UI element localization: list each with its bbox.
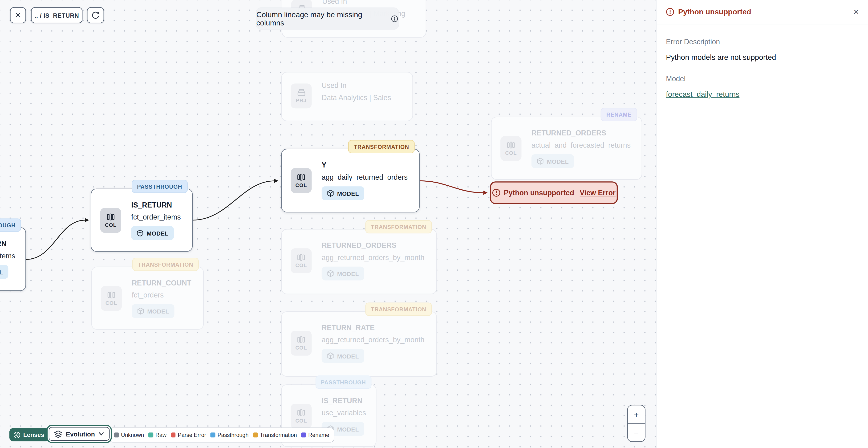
node-title: IS_RETURN (322, 397, 373, 405)
chevron-down-icon (99, 432, 104, 436)
model-badge: MODEL (0, 265, 8, 279)
model-link[interactable]: forecast_daily_returns (666, 90, 739, 98)
node-title: Used In (322, 81, 409, 90)
node-title: IS_RETURN (0, 240, 22, 248)
column-icon (107, 213, 115, 220)
column-icon (297, 409, 305, 416)
lineage-warning-toast: Column lineage may be missing columns (256, 8, 398, 29)
legend-item: Parse Error (171, 432, 206, 438)
model-label: Model (666, 75, 859, 83)
node-subtitle: actual_and_forecasted_returns (531, 141, 639, 149)
alert-circle-icon (666, 8, 674, 16)
refresh-button[interactable] (87, 7, 104, 23)
node-subtitle: fct_orders (132, 291, 200, 299)
cube-icon (137, 230, 144, 237)
close-icon: ✕ (15, 11, 21, 19)
chip-label: COL (295, 262, 307, 268)
close-lineage-button[interactable]: ✕ (10, 7, 26, 23)
node-title: RETURNED_ORDERS (322, 241, 433, 249)
model-badge: MODEL (131, 226, 174, 240)
node-title: RETURNED_ORDERS (531, 129, 639, 137)
legend-swatch (211, 433, 215, 438)
panel-header: Python unsupported ✕ (657, 0, 868, 24)
chip-label: COL (295, 182, 307, 188)
column-icon (297, 254, 305, 261)
column-chip: COL (500, 136, 521, 161)
column-chip: COL (101, 286, 122, 311)
panel-close-button[interactable]: ✕ (853, 8, 859, 16)
chip-label: COL (105, 221, 117, 228)
model-badge: MODEL (132, 304, 175, 318)
column-chip: COL (290, 248, 312, 273)
legend-swatch (302, 433, 306, 438)
zoom-controls: + − (627, 405, 646, 442)
chip-label: COL (295, 417, 307, 423)
node-subtitle: agg_returned_orders_by_month (322, 336, 433, 344)
lineage-legend: Unknown Raw Parse Error Passthrough Tran… (109, 427, 334, 442)
node-subtitle: agg_returned_orders_by_month (322, 253, 433, 262)
error-description-value: Python models are not supported (666, 53, 859, 61)
column-chip: COL (100, 208, 121, 233)
cube-icon (327, 352, 334, 360)
zoom-in-button[interactable]: + (628, 406, 645, 423)
node-is-return-fct-order-items[interactable]: PASSTHROUGH COL IS_RETURN fct_order_item… (91, 189, 193, 252)
node-subtitle: use_variables (322, 409, 373, 417)
legend-swatch (171, 433, 176, 438)
column-icon (107, 291, 115, 298)
legend-swatch (253, 433, 258, 438)
panel-title: Python unsupported (666, 8, 751, 16)
legend-item: Passthrough (211, 432, 248, 438)
lenses-label: Lenses (23, 431, 44, 438)
legend-swatch (114, 433, 119, 438)
cube-icon (537, 157, 544, 165)
node-y-agg-daily[interactable]: TRANSFORMATION COL Y agg_daily_returned_… (281, 149, 420, 212)
column-chip: COL (290, 331, 312, 356)
lens-selected-value: Evolution (66, 430, 95, 437)
app-root: PRJ Used In Data Analytics | Marketing P… (0, 0, 868, 448)
cube-icon (327, 189, 334, 197)
model-badge: MODEL (322, 267, 365, 280)
lineage-canvas[interactable]: PRJ Used In Data Analytics | Marketing P… (0, 0, 656, 448)
project-chip: PRJ (290, 84, 312, 109)
node-return-count[interactable]: TRANSFORMATION COL RETURN_COUNT fct_orde… (91, 267, 204, 330)
error-detail-panel: Python unsupported ✕ Error Description P… (656, 0, 868, 448)
node-returned-orders-by-month[interactable]: TRANSFORMATION COL RETURNED_ORDERS agg_r… (281, 229, 437, 294)
node-title: IS_RETURN (131, 201, 189, 209)
lenses-aperture-icon (13, 431, 21, 438)
node-subtitle: fct_order_items (131, 213, 189, 221)
cube-icon (137, 308, 144, 315)
column-icon (297, 173, 305, 181)
lenses-button[interactable]: Lenses (9, 428, 49, 441)
model-badge: MODEL (322, 349, 365, 363)
column-chip: COL (290, 168, 312, 193)
node-return-rate[interactable]: TRANSFORMATION COL RETURN_RATE agg_retur… (281, 311, 437, 377)
chip-label: COL (505, 150, 517, 156)
legend-item: Rename (302, 432, 329, 438)
legend-item: Raw (148, 432, 166, 438)
cube-icon (327, 270, 334, 277)
breadcrumb[interactable]: .. / IS_RETURN (31, 7, 83, 23)
node-title: Used In (322, 0, 422, 5)
node-title: RETURN_COUNT (132, 279, 200, 287)
node-returned-orders-renamed[interactable]: RENAME COL RETURNED_ORDERS actual_and_fo… (491, 117, 642, 180)
zoom-out-button[interactable]: − (628, 424, 645, 441)
view-error-link[interactable]: View Error (580, 189, 616, 197)
node-is-return-upstream[interactable]: PASSTHROUGH COL IS_RETURN fct_order_item… (0, 227, 26, 291)
toast-message: Column lineage may be missing columns (256, 10, 388, 27)
info-icon[interactable] (391, 14, 399, 22)
column-chip: COL (290, 404, 312, 429)
node-title: RETURN_RATE (322, 324, 433, 332)
layers-icon (54, 430, 62, 438)
chip-label: COL (105, 299, 117, 305)
node-subtitle: fct_order_items (0, 251, 22, 260)
node-used-in-sales[interactable]: PRJ Used In Data Analytics | Sales (281, 72, 413, 121)
legend-item: Transformation (253, 432, 297, 438)
error-description-label: Error Description (666, 38, 859, 46)
node-subtitle: Data Analytics | Sales (322, 93, 409, 102)
project-icon (297, 89, 305, 96)
lens-select[interactable]: Evolution (46, 425, 112, 443)
python-unsupported-error-chip[interactable]: Python unsupported View Error (490, 181, 618, 204)
chip-label: COL (295, 345, 307, 351)
node-subtitle: agg_daily_returned_orders (322, 173, 416, 181)
alert-circle-icon (492, 189, 500, 197)
